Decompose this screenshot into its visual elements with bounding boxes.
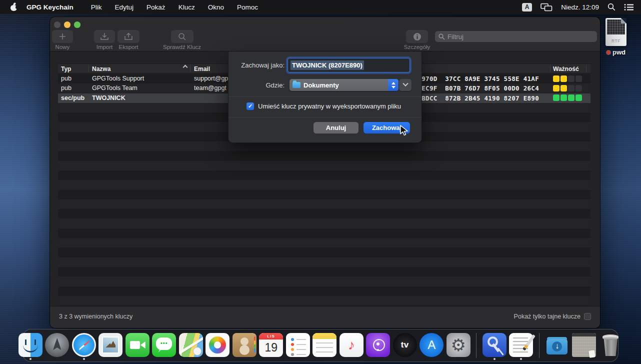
spotlight-search-icon[interactable] xyxy=(608,3,616,11)
cell-fingerprint: 1 EC9F B07B 76D7 8F05 00D0 26C4 xyxy=(414,84,539,92)
close-button[interactable] xyxy=(54,22,60,28)
table-row-empty[interactable] xyxy=(58,209,590,218)
table-row-empty[interactable] xyxy=(58,267,590,276)
file-type-badge: RTF xyxy=(606,38,626,44)
menu-app-name[interactable]: GPG Keychain xyxy=(26,4,74,11)
contacts-icon[interactable] xyxy=(232,333,256,357)
status-bar: 3 z 3 wymienionych kluczy Pokaż tylko ta… xyxy=(50,306,600,328)
textedit-icon[interactable] xyxy=(509,333,533,357)
system-preferences-icon[interactable]: ⚙ xyxy=(446,333,470,357)
running-indicator xyxy=(494,358,496,360)
filter-field[interactable] xyxy=(435,31,597,42)
menu-clock[interactable]: Niedz. 12:09 xyxy=(561,4,599,11)
screen-mirroring-icon[interactable] xyxy=(540,3,552,12)
table-row-empty[interactable] xyxy=(58,170,590,180)
table-row-empty[interactable] xyxy=(58,296,590,306)
sort-ascending-icon xyxy=(183,64,188,70)
app-store-icon[interactable]: A xyxy=(420,333,444,357)
gpg-keychain-icon[interactable] xyxy=(482,333,506,357)
desktop-file-pwd[interactable]: RTF pwd xyxy=(600,18,632,56)
photos-icon[interactable] xyxy=(206,333,230,357)
include-secret-key-checkbox[interactable]: ✓ xyxy=(246,102,254,110)
minimize-button[interactable] xyxy=(64,22,70,28)
messages-icon[interactable]: ••• xyxy=(152,333,176,357)
table-row-empty[interactable] xyxy=(58,190,590,200)
details-button[interactable] xyxy=(406,30,428,43)
table-row-empty[interactable] xyxy=(58,258,590,267)
save-sheet-dialog: Zachowaj jako: TWOJNICK (8207E890) Gdzie… xyxy=(228,52,422,143)
apple-menu-icon[interactable] xyxy=(10,3,18,11)
menu-item[interactable]: Plik xyxy=(84,4,108,11)
music-icon[interactable]: ♪ xyxy=(340,333,364,357)
menu-item[interactable]: Pokaż xyxy=(140,4,172,11)
table-row-empty[interactable] xyxy=(58,161,590,170)
import-button[interactable] xyxy=(94,30,115,43)
cancel-button[interactable]: Anuluj xyxy=(314,122,358,134)
table-row-empty[interactable] xyxy=(58,276,590,286)
validity-squares xyxy=(553,94,583,101)
cell-nazwa: GPGTools Team xyxy=(92,84,138,92)
filename-field[interactable]: TWOJNICK (8207E890) xyxy=(288,58,410,72)
minimized-document-icon[interactable] xyxy=(572,333,596,357)
verify-key-button[interactable] xyxy=(171,30,194,43)
magnifier-icon xyxy=(178,32,186,41)
rtf-file-icon[interactable]: RTF xyxy=(606,18,626,46)
cell-typ: pub xyxy=(61,84,72,92)
mail-icon[interactable] xyxy=(98,333,122,357)
export-icon xyxy=(124,32,133,40)
column-typ[interactable]: Typ xyxy=(61,66,71,72)
expand-dialog-button[interactable] xyxy=(399,79,412,91)
downloads-folder-icon[interactable]: ↓ xyxy=(545,333,569,357)
zoom-button[interactable] xyxy=(74,22,80,28)
safari-icon[interactable] xyxy=(72,333,96,357)
table-row-empty[interactable] xyxy=(58,238,590,248)
calendar-icon[interactable]: LIS 19 xyxy=(259,333,283,357)
key-count-text: 3 z 3 wymienionych kluczy xyxy=(59,313,132,320)
table-row-empty[interactable] xyxy=(58,248,590,257)
export-label: Eksport xyxy=(119,44,138,50)
secret-keys-filter-label: Pokaż tylko tajne klucze xyxy=(514,313,580,320)
export-button[interactable] xyxy=(118,30,140,43)
maps-icon[interactable] xyxy=(179,333,203,357)
filter-input[interactable] xyxy=(448,33,594,40)
where-popup[interactable]: Dokumenty xyxy=(290,79,398,91)
new-key-button[interactable] xyxy=(52,30,73,43)
menu-bar: GPG Keychain PlikEdytujPokażKluczOknoPom… xyxy=(0,0,641,14)
new-key-label: Nowy xyxy=(56,44,70,50)
table-row-empty[interactable] xyxy=(58,218,590,228)
table-row-empty[interactable] xyxy=(58,180,590,190)
notes-icon[interactable] xyxy=(312,333,336,357)
cell-nazwa: GPGTools Support xyxy=(92,75,144,82)
running-indicator xyxy=(520,358,522,360)
column-email[interactable]: Email xyxy=(194,66,210,72)
menu-item[interactable]: Edytuj xyxy=(108,4,140,11)
table-row-empty[interactable] xyxy=(58,228,590,238)
launchpad-icon[interactable] xyxy=(45,333,69,357)
cell-nazwa: TWOJNICK xyxy=(92,94,126,102)
apple-tv-icon[interactable]: tv xyxy=(393,333,417,357)
finder-icon[interactable] xyxy=(18,333,42,357)
running-indicator xyxy=(30,358,32,360)
input-source-icon[interactable]: A xyxy=(522,3,532,12)
trash-icon[interactable] xyxy=(598,333,622,357)
menu-item[interactable]: Okno xyxy=(202,4,230,11)
facetime-icon[interactable] xyxy=(126,333,150,357)
table-row-empty[interactable] xyxy=(58,286,590,296)
table-row-empty[interactable] xyxy=(58,200,590,209)
column-nazwa[interactable]: Nazwa xyxy=(92,66,110,72)
reminders-icon[interactable] xyxy=(286,333,310,357)
dock-separator[interactable] xyxy=(476,333,476,358)
dock-separator[interactable] xyxy=(539,333,540,358)
menu-item[interactable]: Klucz xyxy=(172,4,202,11)
podcasts-icon[interactable] xyxy=(366,333,390,357)
table-row-empty[interactable] xyxy=(58,151,590,160)
menu-item[interactable]: Pomoc xyxy=(230,4,264,11)
column-waznosc[interactable]: Ważność xyxy=(553,66,579,72)
mouse-cursor xyxy=(400,125,410,136)
include-secret-key-label: Umieść klucz prywatny w wyeksportowanym … xyxy=(258,102,401,110)
notification-center-icon[interactable] xyxy=(624,4,634,11)
import-icon xyxy=(100,32,109,40)
folder-icon xyxy=(292,82,300,88)
secret-keys-checkbox[interactable] xyxy=(584,313,591,320)
desktop: GPG Keychain PlikEdytujPokażKluczOknoPom… xyxy=(0,0,641,364)
